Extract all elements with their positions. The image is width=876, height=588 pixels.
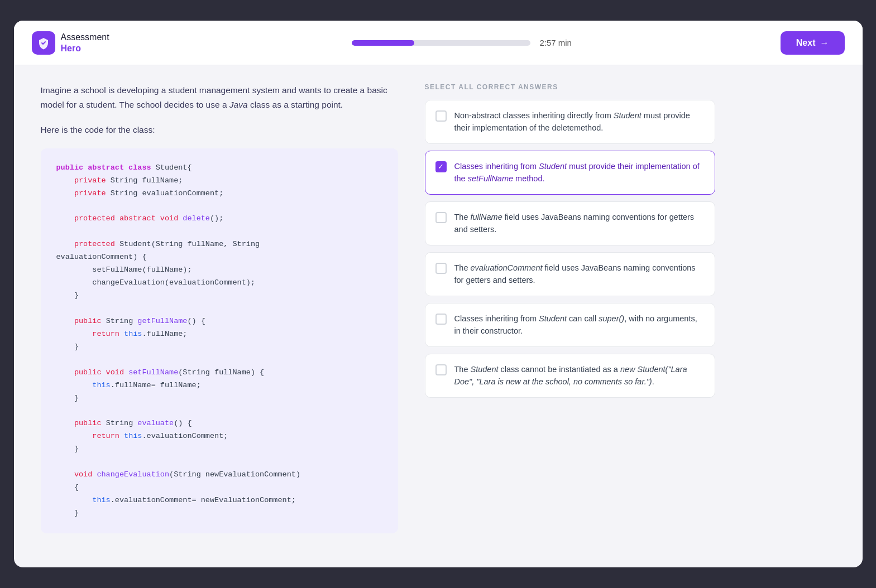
answer-option-5[interactable]: Classes inheriting from Student can call… (425, 303, 715, 347)
answer-option-1[interactable]: Non-abstract classes inheriting directly… (425, 100, 715, 144)
main-content: Imagine a school is developing a student… (14, 65, 863, 567)
answer-option-4[interactable]: The evaluationComment field uses JavaBea… (425, 252, 715, 296)
progress-bar-fill (352, 40, 414, 46)
option-text-4: The evaluationComment field uses JavaBea… (454, 262, 705, 287)
checkbox-4[interactable] (435, 263, 447, 274)
checkbox-1[interactable] (435, 110, 447, 122)
checkbox-5[interactable] (435, 314, 447, 325)
checkbox-2[interactable]: ✓ (435, 161, 447, 172)
next-button-label: Next (796, 38, 816, 48)
logo-bottom: Hero (61, 43, 109, 54)
answer-option-6[interactable]: The Student class cannot be instantiated… (425, 354, 715, 398)
app-window: Assessment Hero 2:57 min Next → Imagine … (14, 21, 863, 567)
code-label: Here is the code for the class: (41, 123, 398, 137)
logo-text: Assessment Hero (61, 32, 109, 53)
option-text-6: The Student class cannot be instantiated… (454, 363, 705, 388)
left-panel: Imagine a school is developing a student… (41, 83, 398, 550)
logo-top: Assessment (61, 32, 109, 42)
option-text-5: Classes inheriting from Student can call… (454, 312, 705, 338)
progress-bar-container (352, 40, 530, 46)
option-text-2: Classes inheriting from Student must pro… (454, 160, 705, 185)
answer-option-3[interactable]: The fullName field uses JavaBeans naming… (425, 201, 715, 245)
right-panel: SELECT ALL CORRECT ANSWERS Non-abstract … (425, 83, 715, 550)
logo-icon (32, 31, 55, 55)
arrow-icon: → (820, 38, 829, 48)
option-text-3: The fullName field uses JavaBeans naming… (454, 211, 705, 236)
timer: 2:57 min (539, 38, 572, 47)
option-text-1: Non-abstract classes inheriting directly… (454, 109, 705, 134)
checkmark-icon: ✓ (438, 163, 444, 170)
question-intro: Imagine a school is developing a student… (41, 83, 398, 112)
progress-area: 2:57 min (143, 38, 781, 47)
checkbox-6[interactable] (435, 364, 447, 375)
checkbox-3[interactable] (435, 212, 447, 223)
code-block: public abstract class Student{ private S… (41, 148, 398, 533)
logo-area: Assessment Hero (32, 31, 143, 55)
next-button[interactable]: Next → (781, 31, 845, 55)
answer-option-2[interactable]: ✓ Classes inheriting from Student must p… (425, 151, 715, 195)
section-label: SELECT ALL CORRECT ANSWERS (425, 83, 715, 91)
header: Assessment Hero 2:57 min Next → (14, 21, 863, 65)
